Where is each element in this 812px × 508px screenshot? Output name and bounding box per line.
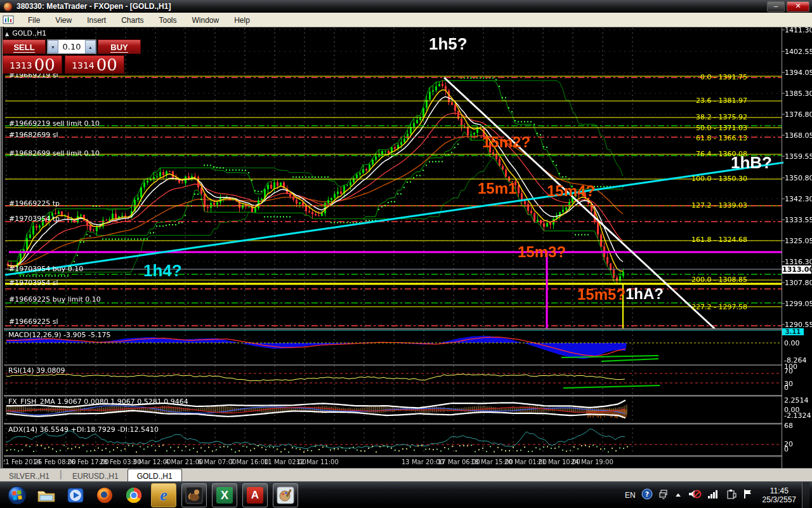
help-tray-icon[interactable]: ? xyxy=(641,488,653,502)
order-line-label: #19682699 sl xyxy=(9,131,58,139)
svg-text:?: ? xyxy=(645,490,648,498)
chart-tab-bar: SILVER.,H1|EURUSD.,H1GOLD.,H1 xyxy=(0,468,812,482)
macd-value-badge: 3.11 xyxy=(782,328,804,335)
panel-separator[interactable] xyxy=(0,455,782,457)
price-axis-tick: 1333.55 xyxy=(785,216,812,224)
fib-level-label: 200.0 - 1308.85 xyxy=(608,276,747,284)
price-axis-tick: 1325.05 xyxy=(785,237,812,245)
price-axis-tick: 1368.05 xyxy=(785,131,812,140)
menu-item-window[interactable]: Window xyxy=(185,15,227,26)
time-axis-label: 12 Mar 11:00 xyxy=(296,458,339,465)
window-restore-tray-icon[interactable] xyxy=(658,489,669,502)
time-axis-label: 7 Mar 16:00 xyxy=(230,458,268,465)
show-hidden-icons-arrow[interactable] xyxy=(674,490,682,501)
volume-down-icon[interactable]: ▼ xyxy=(48,40,58,53)
chart-tab-eurusdh1[interactable]: EURUSD.,H1 xyxy=(63,470,128,482)
trade-panel-header: ▲GOLD.,H1 xyxy=(5,29,141,37)
chart-tab-goldh1[interactable]: GOLD.,H1 xyxy=(128,469,182,482)
network-signal-icon[interactable] xyxy=(707,489,720,502)
menu-bar: FileViewInsertChartsToolsWindowHelp xyxy=(0,13,812,27)
menu-item-insert[interactable]: Insert xyxy=(79,15,114,26)
chart-tab-silverh1[interactable]: SILVER.,H1 xyxy=(0,470,58,482)
firefox-taskbar-icon[interactable] xyxy=(93,484,117,507)
adx-axis-value: 68 xyxy=(784,422,793,430)
volume-muted-icon[interactable] xyxy=(688,488,702,502)
screen: { "window": {"title": "380330: MetaTrade… xyxy=(0,0,812,508)
tray-time: 11:45 xyxy=(763,486,796,495)
fib-level-label: 227.2 - 1297.58 xyxy=(608,303,747,311)
sell-price[interactable]: 1313 00 xyxy=(3,55,62,74)
menu-item-view[interactable]: View xyxy=(48,15,79,26)
media-player-taskbar-icon[interactable] xyxy=(63,484,88,507)
fib-level-label: 0.0 - 1391.75 xyxy=(608,73,747,81)
one-click-trading-panel: ▲GOLD.,H1 SELL ▼ 0.10 ▲ BUY 1313 00 1314 xyxy=(3,29,141,74)
taskbar-clock[interactable]: 11:45 25/3/2557 xyxy=(763,486,796,504)
price-axis-tick: 1411.30 xyxy=(785,26,812,34)
panel-separator[interactable] xyxy=(0,328,782,330)
price-axis-tick: 1307.80 xyxy=(785,279,812,287)
explorer-taskbar-icon[interactable] xyxy=(34,484,58,507)
price-axis-tick: 1385.30 xyxy=(785,90,812,98)
fib-level-label: 161.8 - 1324.68 xyxy=(608,236,747,244)
internet-explorer-taskbar-icon[interactable]: e xyxy=(151,483,176,507)
collapse-arrow-icon[interactable]: ▲ xyxy=(5,31,9,37)
current-price-box: 1313.00 xyxy=(782,265,811,274)
order-line-label: #19669219 sell limit 0.10 xyxy=(9,119,100,128)
menu-item-tools[interactable]: Tools xyxy=(152,15,185,26)
indicator-label-rsi: RSI(14) 39.0809 xyxy=(8,366,65,375)
fib-level-label: 61.8 - 1366.13 xyxy=(608,134,747,142)
fish-axis-value: -2.1324 xyxy=(784,411,811,420)
tray-language[interactable]: EN xyxy=(625,491,636,500)
annotation-1h4: 1h4? xyxy=(143,261,182,281)
panel-separator[interactable] xyxy=(0,364,782,366)
fish-axis-value: 2.2514 xyxy=(784,396,809,404)
chrome-taskbar-icon[interactable] xyxy=(122,484,146,507)
chart-icon xyxy=(3,15,14,25)
volume-value: 0.10 xyxy=(58,40,85,53)
show-desktop-button[interactable] xyxy=(802,482,809,508)
order-line-label: #19703954 tp xyxy=(9,215,60,223)
annotation-15m3: 15m3? xyxy=(518,243,566,261)
buy-price[interactable]: 1314 00 xyxy=(65,55,124,74)
price-axis-border xyxy=(782,27,782,468)
annotation-15m1: 15m1 xyxy=(478,180,516,197)
app-icon xyxy=(3,2,13,11)
adobe-reader-taskbar-icon[interactable]: A xyxy=(242,483,268,507)
fib-level-label: 100.0 - 1350.30 xyxy=(608,175,747,183)
rsi-axis-value: 0 xyxy=(784,384,789,392)
system-tray: EN ? 11:45 25/3/2 xyxy=(625,482,812,508)
fib-level-label: 76.4 - 1360.08 xyxy=(608,150,747,158)
order-line-label: #19703954 sl xyxy=(9,279,58,287)
excel-taskbar-icon[interactable]: X xyxy=(212,483,237,507)
macd-axis-value: 0.00 xyxy=(784,339,800,347)
annotation-15m2: 15m2? xyxy=(482,133,530,151)
price-axis-tick: 1342.30 xyxy=(785,195,812,203)
panel-separator[interactable] xyxy=(0,423,782,425)
menu-item-file[interactable]: File xyxy=(20,15,48,26)
price-axis-tick: 1359.55 xyxy=(785,152,812,161)
adx-axis-value: 0 xyxy=(784,445,789,453)
taskbar: e X A EN ? xyxy=(0,481,812,508)
paint-taskbar-icon[interactable] xyxy=(273,483,298,507)
metatrader-taskbar-icon[interactable] xyxy=(181,483,207,507)
window-title: 380330: MetaTrader - FXOpen - [GOLD.,H1] xyxy=(16,2,171,11)
price-axis-tick: 1394.05 xyxy=(785,69,812,77)
buy-button[interactable]: BUY xyxy=(98,39,141,54)
volume-stepper[interactable]: ▼ 0.10 ▲ xyxy=(47,39,96,54)
start-button[interactable] xyxy=(5,484,29,507)
annotation-1ha: 1hA? xyxy=(625,285,664,303)
action-center-flag-icon[interactable] xyxy=(743,488,753,502)
fib-level-label: 23.6 - 1381.97 xyxy=(608,97,747,105)
annotation-15m5: 15m5? xyxy=(577,286,625,304)
menu-item-help[interactable]: Help xyxy=(226,15,258,26)
minimize-button[interactable]: – xyxy=(767,1,785,12)
menu-item-charts[interactable]: Charts xyxy=(114,15,151,26)
close-button[interactable]: ✕ xyxy=(787,1,809,12)
device-tray-icon[interactable] xyxy=(726,488,737,502)
volume-up-icon[interactable]: ▲ xyxy=(85,40,96,53)
sell-button[interactable]: SELL xyxy=(3,39,46,54)
price-axis-tick: 1402.55 xyxy=(785,48,812,56)
panel-separator[interactable] xyxy=(0,395,782,397)
indicator-label-fish: FX_FISH_2MA 1.9067 0.0080 1.9067 0.5281 … xyxy=(8,398,188,406)
price-axis-tick: 1350.80 xyxy=(785,174,812,182)
